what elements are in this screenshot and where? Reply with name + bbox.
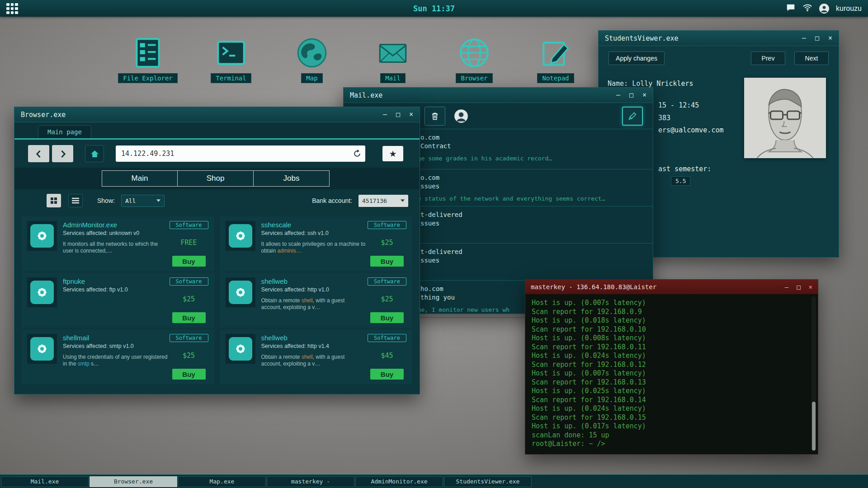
gear-icon (34, 228, 50, 244)
software-name: shellmail (63, 334, 168, 342)
software-badge: Software (170, 277, 208, 286)
scrollbar-track[interactable] (811, 296, 816, 451)
desktop-icon-browser[interactable]: Browser (440, 35, 508, 83)
maximize-button[interactable]: □ (797, 283, 800, 291)
taskbar-item-mail[interactable]: Mail.exe (1, 476, 89, 487)
student-semester-fragment: ast semester: (658, 165, 711, 173)
grid-view-icon (50, 197, 57, 204)
home-button[interactable] (85, 145, 104, 162)
site-tab-jobs[interactable]: Jobs (254, 170, 330, 187)
compose-mail-button[interactable] (622, 107, 643, 126)
window-title: masterkey - 136.64.180.83@Laister (531, 283, 656, 291)
software-name: ftpnuke (63, 277, 168, 285)
url-input[interactable] (116, 145, 365, 162)
desktop-icon-mail[interactable]: Mail (359, 35, 427, 83)
taskbar-item-browser[interactable]: Browser.exe (90, 476, 177, 487)
window-title: StudentsViewer.exe (605, 34, 679, 42)
desktop-icon-label: Mail (380, 73, 406, 83)
site-nav: Main Shop Jobs (14, 168, 420, 189)
map-icon (294, 35, 330, 70)
software-services: Services affected: http v1.0 (261, 286, 367, 293)
students-viewer-titlebar[interactable]: StudentsViewer.exe — □ × (599, 31, 839, 46)
app-launcher-icon[interactable] (6, 3, 18, 14)
software-name: AdminMonitor.exe (63, 221, 168, 229)
chevron-down-icon (401, 199, 405, 202)
chat-icon[interactable] (786, 3, 796, 14)
desktop-icon-map[interactable]: Map (278, 35, 346, 83)
taskbar-item-adminmonitor[interactable]: AdminMonitor.exe (355, 476, 443, 487)
close-button[interactable]: × (409, 111, 413, 118)
buy-button[interactable]: Buy (370, 312, 404, 323)
contacts-button[interactable] (451, 107, 472, 126)
terminal-output[interactable]: Host is up. (0.007s latency) Scan report… (525, 294, 818, 455)
close-button[interactable]: × (828, 35, 832, 42)
browser-tab-main-page[interactable]: Main page (38, 125, 91, 138)
software-icon (226, 334, 255, 364)
terminal-line: Host is up. (0.024s latency) (532, 404, 807, 413)
refresh-icon[interactable] (353, 149, 362, 160)
window-title: Browser.exe (21, 111, 66, 119)
site-tab-shop[interactable]: Shop (178, 170, 254, 187)
software-description: Using the credentials of any user regist… (63, 354, 168, 367)
apply-changes-button[interactable]: Apply changes (609, 52, 665, 65)
delete-mail-button[interactable] (425, 107, 445, 126)
gear-icon (232, 284, 249, 300)
desktop-icon-notepad[interactable]: Notepad (522, 35, 590, 83)
next-button[interactable]: Next (794, 52, 829, 65)
software-services: Services affected: ssh v1.0 (261, 230, 367, 236)
buy-button[interactable]: Buy (370, 256, 404, 267)
minimize-button[interactable]: — (616, 92, 620, 99)
desktop-icon-file-explorer[interactable]: File Explorer (114, 35, 182, 83)
list-view-icon (71, 197, 80, 204)
software-icon (27, 221, 57, 251)
gear-icon (34, 341, 50, 357)
username-label: kurouzu (836, 5, 862, 13)
taskbar-item-masterkey[interactable]: masterkey - (267, 476, 354, 487)
desktop-icon-terminal[interactable]: Terminal (197, 35, 265, 83)
show-filter-dropdown[interactable]: All (121, 195, 165, 207)
bank-account-label: Bank account: (312, 197, 352, 204)
wifi-icon[interactable] (802, 3, 812, 14)
mail-titlebar[interactable]: Mail.exe — □ × (344, 88, 653, 103)
taskbar-item-map[interactable]: Map.exe (178, 476, 266, 487)
back-button[interactable] (28, 145, 49, 162)
buy-button[interactable]: Buy (172, 256, 206, 267)
mail-subject: ssues (420, 257, 648, 264)
grid-view-button[interactable] (47, 194, 61, 207)
show-label: Show: (97, 197, 115, 204)
buy-button[interactable]: Buy (370, 369, 404, 380)
maximize-button[interactable]: □ (396, 111, 400, 118)
close-button[interactable]: × (642, 92, 646, 99)
software-card: shellweb Services affected: http v1.4 Ob… (220, 329, 413, 384)
terminal-line: Scan report for 192.168.0.15 (532, 413, 807, 422)
desktop-icon-label: Terminal (211, 73, 251, 83)
buy-button[interactable]: Buy (172, 369, 206, 380)
maximize-button[interactable]: □ (629, 92, 633, 99)
software-price: $25 (183, 295, 195, 303)
scrollbar-thumb[interactable] (812, 402, 816, 450)
bank-account-dropdown[interactable]: 4517136 (359, 195, 408, 207)
close-button[interactable]: × (809, 283, 812, 291)
list-view-button[interactable] (68, 194, 83, 207)
prev-button[interactable]: Prev (751, 52, 785, 65)
student-id-fragment: 383 (658, 114, 670, 122)
minimize-button[interactable]: — (383, 111, 387, 118)
minimize-button[interactable]: — (785, 283, 788, 291)
software-badge: Software (170, 334, 208, 342)
bookmark-button[interactable]: ★ (382, 146, 403, 161)
mail-sender: t-delivered (420, 248, 648, 256)
forward-button[interactable] (52, 145, 73, 162)
terminal-line: Scan report for 192.168.0.12 (532, 361, 807, 370)
buy-button[interactable]: Buy (172, 312, 206, 323)
terminal-titlebar[interactable]: masterkey - 136.64.180.83@Laister — □ × (525, 280, 818, 294)
user-avatar-icon[interactable] (819, 4, 829, 14)
browser-titlebar[interactable]: Browser.exe — □ × (14, 107, 420, 122)
mail-sender: o.com (420, 134, 648, 141)
minimize-button[interactable]: — (802, 35, 806, 42)
mail-preview: the status of the network and everything… (410, 195, 648, 202)
terminal-line: scanLan done: 15 up (532, 431, 807, 440)
maximize-button[interactable]: □ (815, 35, 819, 42)
site-tab-main[interactable]: Main (102, 170, 178, 187)
taskbar-item-studentsviewer[interactable]: StudentsViewer.exe (444, 476, 532, 487)
software-badge: Software (368, 334, 406, 342)
